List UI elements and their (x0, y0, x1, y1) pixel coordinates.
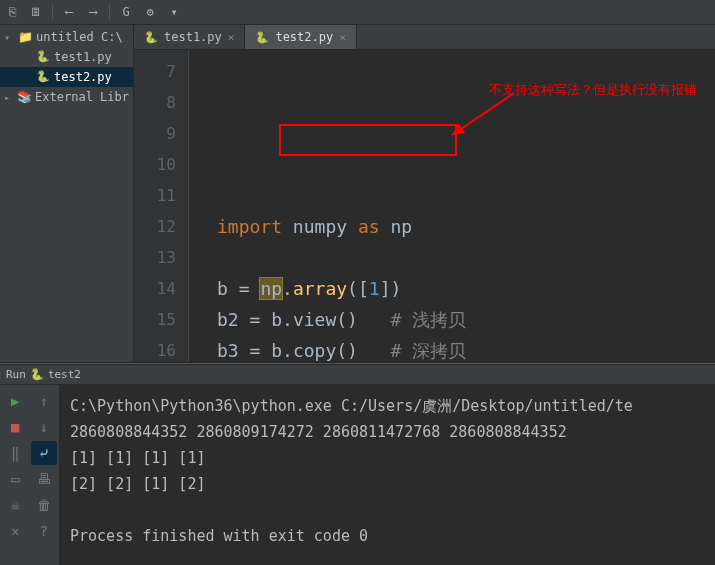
close-icon[interactable]: × (339, 31, 346, 44)
sidebar-item-test2-py[interactable]: 🐍test2.py (0, 67, 133, 87)
toolbar-forward-icon[interactable]: ⟶ (85, 4, 101, 20)
toolbar-copy-icon[interactable]: ⎘ (4, 4, 20, 20)
tab-test1-py[interactable]: 🐍test1.py× (134, 25, 245, 49)
run-layout-icon[interactable]: ▭ (2, 467, 29, 491)
run-panel: Run 🐍 test2 ▶ ↑ ■ ↓ ‖ ⤶ ▭ 🖶 ☠ 🗑 ✕ ? C:\P… (0, 365, 715, 565)
toolbar-back-icon[interactable]: ⟵ (61, 4, 77, 20)
run-header[interactable]: Run 🐍 test2 (0, 365, 715, 385)
tree-arrow-icon[interactable]: ▾ (4, 32, 14, 43)
sidebar-item-external-libr[interactable]: ▸📚External Libr (0, 87, 133, 107)
sidebar-item-label: test1.py (54, 50, 112, 64)
code-line[interactable]: b = np.array([1]) (217, 273, 715, 304)
code-line[interactable]: b2 = b.view() # 浅拷贝 (217, 304, 715, 335)
code-line[interactable]: import numpy as np (217, 211, 715, 242)
line-number: 8 (134, 87, 176, 118)
run-header-target: test2 (48, 368, 81, 381)
run-header-label: Run (6, 368, 26, 381)
line-number: 12 (134, 211, 176, 242)
py-icon: 🐍 (36, 70, 50, 84)
tab-test2-py[interactable]: 🐍test2.py× (245, 25, 356, 49)
run-trash-icon[interactable]: 🗑 (31, 493, 58, 517)
py-icon: 🐍 (36, 50, 50, 64)
toolbar-dropdown-icon[interactable]: ▾ (166, 4, 182, 20)
line-number: 7 (134, 56, 176, 87)
tab-label: test1.py (164, 30, 222, 44)
run-pause-icon[interactable]: ‖ (2, 441, 29, 465)
run-toolbar: ▶ ↑ ■ ↓ ‖ ⤶ ▭ 🖶 ☠ 🗑 ✕ ? (0, 385, 60, 565)
line-number: 10 (134, 149, 176, 180)
close-icon[interactable]: × (228, 31, 235, 44)
run-down-icon[interactable]: ↓ (31, 415, 58, 439)
editor-gutter: 78910111213141516 (134, 50, 189, 362)
editor-code[interactable]: 不支持这种写法？但是执行没有报错 import numpy as np b = … (189, 50, 715, 362)
python-icon: 🐍 (30, 368, 44, 381)
run-wrap-icon[interactable]: ⤶ (31, 441, 58, 465)
editor-tabs: 🐍test1.py×🐍test2.py× (134, 25, 715, 50)
code-line[interactable]: b3 = b.copy() # 深拷贝 (217, 335, 715, 362)
folder-icon: 📁 (18, 30, 32, 44)
toolbar-separator (52, 4, 53, 20)
annotation-text: 不支持这种写法？但是执行没有报错 (489, 74, 697, 105)
console-output[interactable]: C:\Python\Python36\python.exe C:/Users/虞… (60, 385, 715, 565)
python-icon: 🐍 (255, 31, 269, 44)
main-toolbar: ⎘ 🗏 ⟵ ⟶ G ⚙ ▾ (0, 0, 715, 25)
project-sidebar: ▾📁untitled C:\🐍test1.py🐍test2.py▸📚Extern… (0, 25, 134, 362)
line-number: 9 (134, 118, 176, 149)
run-close-icon[interactable]: ✕ (2, 519, 29, 543)
highlight-box (279, 124, 457, 156)
editor-code-area: 78910111213141516 不支持这种写法？但是执行没有报错 impor… (134, 50, 715, 362)
run-stop-icon[interactable]: ■ (2, 415, 29, 439)
sidebar-item-label: test2.py (54, 70, 112, 84)
tree-arrow-icon[interactable]: ▸ (4, 92, 13, 103)
run-skull-icon[interactable]: ☠ (2, 493, 29, 517)
sidebar-item-label: External Libr (35, 90, 129, 104)
code-line[interactable] (217, 242, 715, 273)
tab-label: test2.py (275, 30, 333, 44)
line-number: 11 (134, 180, 176, 211)
line-number: 16 (134, 335, 176, 362)
toolbar-paste-icon[interactable]: 🗏 (28, 4, 44, 20)
run-print-icon[interactable]: 🖶 (31, 467, 58, 491)
run-play-icon[interactable]: ▶ (2, 389, 29, 413)
toolbar-g-icon[interactable]: G (118, 4, 134, 20)
python-icon: 🐍 (144, 31, 158, 44)
line-number: 13 (134, 242, 176, 273)
lib-icon: 📚 (17, 90, 31, 104)
line-number: 14 (134, 273, 176, 304)
sidebar-item-test1-py[interactable]: 🐍test1.py (0, 47, 133, 67)
sidebar-item-label: untitled C:\ (36, 30, 123, 44)
toolbar-gear-icon[interactable]: ⚙ (142, 4, 158, 20)
sidebar-item-untitled-c-[interactable]: ▾📁untitled C:\ (0, 27, 133, 47)
line-number: 15 (134, 304, 176, 335)
run-question-icon[interactable]: ? (31, 519, 58, 543)
toolbar-separator (109, 4, 110, 20)
run-up-icon[interactable]: ↑ (31, 389, 58, 413)
